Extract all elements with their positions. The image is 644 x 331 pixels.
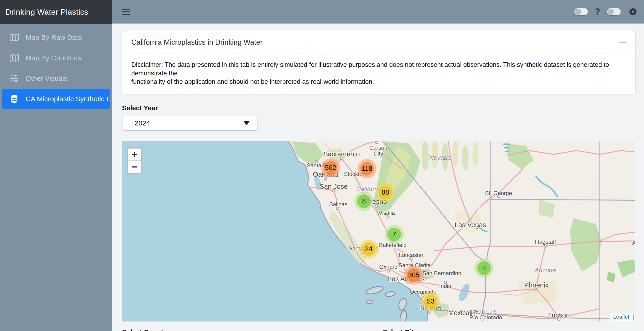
sidebar-item-other-visuals[interactable]: Other Visuals — [0, 68, 112, 89]
city-label: Mexicali — [448, 309, 473, 316]
marker-cluster-count: 24 — [362, 242, 376, 256]
marker-cluster[interactable]: 2 — [474, 258, 494, 278]
city-label: Oxnard — [379, 264, 398, 270]
city-label: Indio — [439, 283, 451, 289]
brand: Drinking Water Plastics — [0, 0, 112, 24]
year-select[interactable]: 2024 — [122, 116, 258, 130]
page-content: California Microplastics in Drinking Wat… — [112, 24, 644, 331]
marker-cluster[interactable]: 118 — [358, 159, 376, 178]
marker-cluster[interactable]: 562 — [321, 158, 340, 177]
marker-cluster-count: 118 — [360, 162, 374, 176]
disclaimer-text-line1: Disclaimer: The data presented in this t… — [131, 60, 626, 78]
marker-cluster[interactable]: 305 — [404, 266, 423, 285]
city-label: Flagstaff — [534, 239, 556, 245]
sidebar-item-label: CA Microplastic Synthetic Data — [26, 95, 110, 103]
marker-cluster-count: 7 — [388, 228, 401, 241]
zoom-in-button[interactable]: + — [128, 148, 141, 161]
sidebar-item-label: Map By Raw Data — [26, 34, 82, 42]
city-label: Visalia — [378, 210, 395, 216]
chevron-down-icon — [244, 121, 250, 125]
brand-title: Drinking Water Plastics — [6, 8, 88, 16]
state-label: Nevada — [429, 154, 451, 161]
app-root: Drinking Water Plastics Map By Raw DataM… — [0, 0, 644, 331]
sidebar-item-raw-data[interactable]: Map By Raw Data — [0, 27, 112, 48]
navbar-toggle-right[interactable] — [607, 8, 621, 15]
bottom-selects-row: Select County Select City — [122, 324, 636, 331]
gear-icon[interactable] — [628, 6, 638, 17]
city-dot — [428, 310, 431, 314]
marker-cluster[interactable]: 8 — [354, 192, 374, 211]
attribution-separator: | — [632, 314, 634, 320]
zoom-out-button[interactable]: − — [128, 161, 141, 173]
sidebar-item-label: Other Visuals — [26, 74, 68, 82]
navbar-toggle-left[interactable] — [574, 8, 588, 15]
city-label: Tucson — [548, 312, 570, 319]
sidebar-item-label: Map By Countries — [26, 54, 81, 62]
marker-cluster-count: 88 — [378, 186, 392, 199]
navbar-right-controls: ? — [574, 6, 638, 17]
city-label: San LuisRío Colorado — [469, 309, 502, 320]
sidebar-toggle-hamburger-icon[interactable] — [122, 7, 131, 16]
marker-cluster[interactable]: 53 — [421, 292, 440, 311]
state-label: Arizona — [534, 266, 556, 274]
card-header: California Microplastics in Drinking Wat… — [122, 31, 636, 54]
city-label: CarsonCity — [369, 145, 387, 156]
marker-cluster-count: 2 — [477, 262, 491, 275]
sidebar-item-ca-synthetic[interactable]: CA Microplastic Synthetic Data — [2, 89, 110, 109]
city-label: A — [632, 240, 636, 246]
sidebar-item-countries[interactable]: Map By Countries — [0, 48, 112, 68]
marker-cluster[interactable]: 24 — [359, 240, 378, 258]
basemap-tiles — [122, 141, 636, 322]
year-select-value: 2024 — [134, 119, 150, 127]
city-label: San Bernardino — [422, 270, 462, 276]
main-area: ? California Microplastics in Drinking W… — [112, 0, 644, 331]
info-card: California Microplastics in Drinking Wat… — [122, 31, 636, 94]
map-icon — [9, 33, 20, 42]
marker-cluster-count: 305 — [407, 268, 420, 282]
leaflet-attribution-link[interactable]: Leaflet — [613, 314, 629, 320]
select-city-label: Select City — [383, 328, 417, 331]
collapse-minus-button[interactable] — [619, 38, 626, 47]
database-icon — [9, 94, 20, 104]
select-county-label: Select County — [122, 328, 383, 331]
marker-cluster-count: 562 — [324, 161, 337, 174]
sidebar: Drinking Water Plastics Map By Raw DataM… — [0, 0, 112, 331]
map-attribution: Leaflet | — [610, 313, 636, 322]
city-label: Lancaster — [399, 252, 423, 258]
disclaimer-text-line2: functionality of the application and sho… — [131, 78, 626, 86]
map-icon — [9, 53, 20, 62]
sidebar-menu: Map By Raw DataMap By CountriesOther Vis… — [0, 24, 112, 109]
city-label: Las Vegas — [454, 221, 486, 228]
leaflet-map[interactable]: NevadaCaliforniaArizonaCarsonCitySacrame… — [122, 141, 636, 322]
help-icon[interactable]: ? — [595, 7, 600, 16]
sliders-icon — [9, 74, 20, 83]
city-label: St. George — [485, 190, 512, 196]
map-zoom-control: + − — [127, 147, 142, 174]
marker-cluster-count: 53 — [424, 295, 438, 308]
marker-cluster[interactable]: 88 — [376, 183, 395, 202]
card-title: California Microplastics in Drinking Wat… — [131, 38, 263, 46]
city-label: Sacramento — [324, 150, 360, 158]
card-body: Disclaimer: The data presented in this t… — [122, 54, 636, 94]
top-navbar: ? — [112, 0, 644, 24]
city-label: Salinas — [329, 201, 348, 207]
select-year-label: Select Year — [122, 104, 636, 112]
marker-cluster-count: 8 — [357, 194, 371, 208]
marker-cluster[interactable]: 7 — [385, 225, 404, 244]
city-label: San Jose — [320, 183, 348, 190]
city-label: Phoenix — [524, 282, 549, 289]
